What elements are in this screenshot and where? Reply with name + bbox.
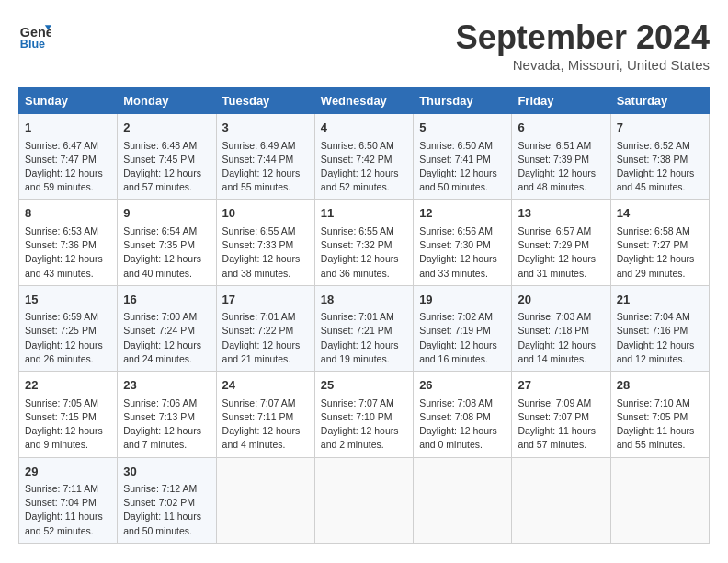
- day-detail: Sunrise: 7:01 AM Sunset: 7:21 PM Dayligh…: [321, 310, 407, 366]
- day-detail: Sunrise: 6:49 AM Sunset: 7:44 PM Dayligh…: [222, 139, 309, 195]
- day-detail: Sunrise: 6:55 AM Sunset: 7:32 PM Dayligh…: [321, 224, 407, 281]
- day-detail: Sunrise: 7:00 AM Sunset: 7:24 PM Dayligh…: [123, 310, 210, 366]
- calendar-title: September 2024: [456, 18, 710, 57]
- day-number: 2: [123, 119, 210, 137]
- calendar-day-cell: 21Sunrise: 7:04 AM Sunset: 7:16 PM Dayli…: [610, 285, 709, 371]
- day-detail: Sunrise: 6:59 AM Sunset: 7:25 PM Dayligh…: [25, 310, 111, 366]
- day-detail: Sunrise: 7:02 AM Sunset: 7:19 PM Dayligh…: [419, 310, 506, 366]
- calendar-day-cell: 24Sunrise: 7:07 AM Sunset: 7:11 PM Dayli…: [216, 372, 314, 457]
- calendar-day-cell: 26Sunrise: 7:08 AM Sunset: 7:08 PM Dayli…: [414, 372, 512, 457]
- day-detail: Sunrise: 6:51 AM Sunset: 7:39 PM Dayligh…: [518, 139, 604, 195]
- calendar-day-cell: [414, 457, 512, 543]
- day-detail: Sunrise: 6:55 AM Sunset: 7:33 PM Dayligh…: [222, 224, 309, 281]
- page-header: General Blue September 2024 Nevada, Miss…: [18, 18, 710, 73]
- calendar-day-cell: [610, 457, 709, 543]
- day-number: 28: [617, 376, 703, 395]
- calendar-day-cell: 6Sunrise: 6:51 AM Sunset: 7:39 PM Daylig…: [512, 114, 610, 200]
- day-number: 13: [518, 204, 604, 223]
- day-number: 15: [25, 291, 111, 309]
- day-detail: Sunrise: 7:11 AM Sunset: 7:04 PM Dayligh…: [25, 482, 111, 538]
- calendar-day-cell: 27Sunrise: 7:09 AM Sunset: 7:07 PM Dayli…: [512, 372, 610, 457]
- calendar-day-cell: 3Sunrise: 6:49 AM Sunset: 7:44 PM Daylig…: [216, 114, 314, 200]
- calendar-day-cell: 12Sunrise: 6:56 AM Sunset: 7:30 PM Dayli…: [414, 200, 512, 285]
- day-number: 14: [617, 204, 703, 223]
- col-wednesday: Wednesday: [314, 88, 413, 114]
- day-number: 20: [518, 291, 604, 309]
- day-number: 5: [419, 119, 506, 137]
- day-detail: Sunrise: 6:47 AM Sunset: 7:47 PM Dayligh…: [25, 139, 111, 195]
- title-block: September 2024 Nevada, Missouri, United …: [456, 18, 710, 73]
- calendar-week-row: 22Sunrise: 7:05 AM Sunset: 7:15 PM Dayli…: [19, 372, 710, 457]
- logo: General Blue: [18, 18, 51, 52]
- calendar-day-cell: 5Sunrise: 6:50 AM Sunset: 7:41 PM Daylig…: [414, 114, 512, 200]
- day-number: 3: [222, 119, 309, 137]
- day-number: 25: [321, 376, 407, 395]
- day-detail: Sunrise: 6:54 AM Sunset: 7:35 PM Dayligh…: [123, 224, 210, 281]
- col-tuesday: Tuesday: [216, 88, 314, 114]
- day-number: 11: [321, 204, 407, 223]
- calendar-day-cell: [512, 457, 610, 543]
- day-number: 21: [617, 291, 703, 309]
- calendar-day-cell: 25Sunrise: 7:07 AM Sunset: 7:10 PM Dayli…: [314, 372, 413, 457]
- calendar-day-cell: 28Sunrise: 7:10 AM Sunset: 7:05 PM Dayli…: [610, 372, 709, 457]
- logo-icon: General Blue: [18, 18, 51, 52]
- day-number: 22: [25, 376, 111, 395]
- day-detail: Sunrise: 6:53 AM Sunset: 7:36 PM Dayligh…: [25, 224, 111, 281]
- svg-text:Blue: Blue: [20, 38, 45, 51]
- day-number: 27: [518, 376, 604, 395]
- day-detail: Sunrise: 7:07 AM Sunset: 7:11 PM Dayligh…: [222, 396, 309, 453]
- calendar-week-row: 1Sunrise: 6:47 AM Sunset: 7:47 PM Daylig…: [19, 114, 710, 200]
- calendar-day-cell: 23Sunrise: 7:06 AM Sunset: 7:13 PM Dayli…: [118, 372, 216, 457]
- day-detail: Sunrise: 6:56 AM Sunset: 7:30 PM Dayligh…: [419, 224, 506, 281]
- day-detail: Sunrise: 7:06 AM Sunset: 7:13 PM Dayligh…: [123, 396, 210, 453]
- calendar-day-cell: 18Sunrise: 7:01 AM Sunset: 7:21 PM Dayli…: [314, 285, 413, 371]
- calendar-day-cell: 1Sunrise: 6:47 AM Sunset: 7:47 PM Daylig…: [19, 114, 118, 200]
- day-detail: Sunrise: 6:57 AM Sunset: 7:29 PM Dayligh…: [518, 224, 604, 281]
- day-number: 9: [123, 204, 210, 223]
- day-detail: Sunrise: 7:09 AM Sunset: 7:07 PM Dayligh…: [518, 396, 604, 453]
- day-detail: Sunrise: 7:04 AM Sunset: 7:16 PM Dayligh…: [617, 310, 703, 366]
- calendar-day-cell: 22Sunrise: 7:05 AM Sunset: 7:15 PM Dayli…: [19, 372, 118, 457]
- calendar-day-cell: 4Sunrise: 6:50 AM Sunset: 7:42 PM Daylig…: [314, 114, 413, 200]
- col-saturday: Saturday: [610, 88, 709, 114]
- day-detail: Sunrise: 7:10 AM Sunset: 7:05 PM Dayligh…: [617, 396, 703, 453]
- col-thursday: Thursday: [414, 88, 512, 114]
- calendar-day-cell: 2Sunrise: 6:48 AM Sunset: 7:45 PM Daylig…: [118, 114, 216, 200]
- day-detail: Sunrise: 6:48 AM Sunset: 7:45 PM Dayligh…: [123, 139, 210, 195]
- calendar-day-cell: 14Sunrise: 6:58 AM Sunset: 7:27 PM Dayli…: [610, 200, 709, 285]
- col-sunday: Sunday: [19, 88, 118, 114]
- day-detail: Sunrise: 7:03 AM Sunset: 7:18 PM Dayligh…: [518, 310, 604, 366]
- calendar-day-cell: 30Sunrise: 7:12 AM Sunset: 7:02 PM Dayli…: [118, 457, 216, 543]
- day-number: 1: [25, 119, 111, 137]
- calendar-subtitle: Nevada, Missouri, United States: [456, 57, 710, 73]
- calendar-day-cell: 29Sunrise: 7:11 AM Sunset: 7:04 PM Dayli…: [19, 457, 118, 543]
- calendar-day-cell: 17Sunrise: 7:01 AM Sunset: 7:22 PM Dayli…: [216, 285, 314, 371]
- day-number: 24: [222, 376, 309, 395]
- header-row: Sunday Monday Tuesday Wednesday Thursday…: [19, 88, 710, 114]
- day-number: 4: [321, 119, 407, 137]
- calendar-day-cell: 8Sunrise: 6:53 AM Sunset: 7:36 PM Daylig…: [19, 200, 118, 285]
- day-number: 19: [419, 291, 506, 309]
- calendar-day-cell: [216, 457, 314, 543]
- calendar-day-cell: 20Sunrise: 7:03 AM Sunset: 7:18 PM Dayli…: [512, 285, 610, 371]
- day-detail: Sunrise: 7:01 AM Sunset: 7:22 PM Dayligh…: [222, 310, 309, 366]
- day-number: 30: [123, 463, 210, 481]
- calendar-day-cell: 11Sunrise: 6:55 AM Sunset: 7:32 PM Dayli…: [314, 200, 413, 285]
- day-detail: Sunrise: 7:12 AM Sunset: 7:02 PM Dayligh…: [123, 482, 210, 538]
- day-detail: Sunrise: 7:05 AM Sunset: 7:15 PM Dayligh…: [25, 396, 111, 453]
- calendar-week-row: 15Sunrise: 6:59 AM Sunset: 7:25 PM Dayli…: [19, 285, 710, 371]
- calendar-day-cell: 15Sunrise: 6:59 AM Sunset: 7:25 PM Dayli…: [19, 285, 118, 371]
- day-detail: Sunrise: 6:52 AM Sunset: 7:38 PM Dayligh…: [617, 139, 703, 195]
- calendar-day-cell: 10Sunrise: 6:55 AM Sunset: 7:33 PM Dayli…: [216, 200, 314, 285]
- day-number: 10: [222, 204, 309, 223]
- col-monday: Monday: [118, 88, 216, 114]
- calendar-day-cell: 7Sunrise: 6:52 AM Sunset: 7:38 PM Daylig…: [610, 114, 709, 200]
- day-detail: Sunrise: 6:50 AM Sunset: 7:41 PM Dayligh…: [419, 139, 506, 195]
- calendar-day-cell: 9Sunrise: 6:54 AM Sunset: 7:35 PM Daylig…: [118, 200, 216, 285]
- day-number: 29: [25, 463, 111, 481]
- day-detail: Sunrise: 7:07 AM Sunset: 7:10 PM Dayligh…: [321, 396, 407, 453]
- day-number: 26: [419, 376, 506, 395]
- calendar-day-cell: 16Sunrise: 7:00 AM Sunset: 7:24 PM Dayli…: [118, 285, 216, 371]
- calendar-header: Sunday Monday Tuesday Wednesday Thursday…: [19, 88, 710, 114]
- day-detail: Sunrise: 6:50 AM Sunset: 7:42 PM Dayligh…: [321, 139, 407, 195]
